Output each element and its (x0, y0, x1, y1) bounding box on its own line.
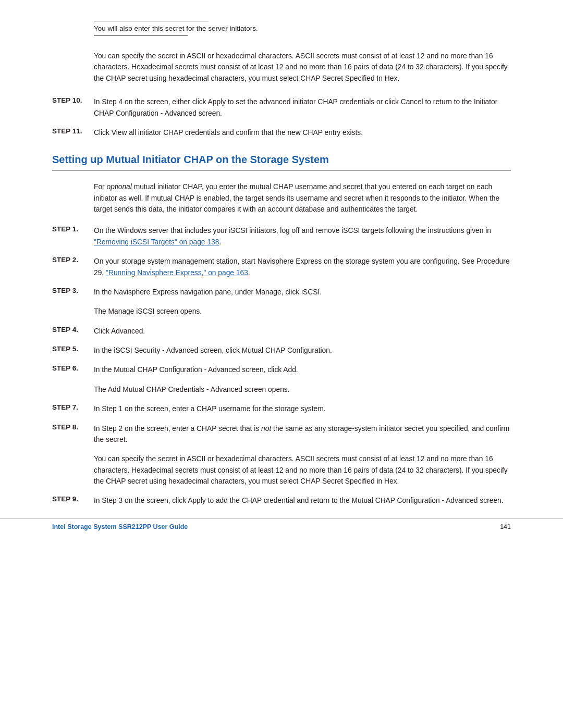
step-10-label: STEP 10. (52, 96, 94, 104)
step-2-text-end: . (248, 269, 250, 277)
step-1-block: STEP 1. On the Windows server that inclu… (52, 225, 511, 248)
section-intro: For optional mutual initiator CHAP, you … (52, 181, 511, 215)
page-footer: Intel Storage System SSR212PP User Guide… (0, 519, 563, 530)
step-1-content: On the Windows server that includes your… (94, 225, 511, 248)
step-8-sub: You can specify the secret in ASCII or h… (52, 453, 511, 487)
step-1-text-end: . (219, 238, 221, 246)
step-2-block: STEP 2. On your storage system managemen… (52, 256, 511, 278)
step-3-text: In the Navisphere Express navigation pan… (94, 288, 322, 296)
step-1-link[interactable]: "Removing iSCSI Targets" on page 138 (94, 238, 219, 246)
footer-title: Intel Storage System SSR212PP User Guide (52, 523, 188, 530)
step-8-text-pre: In Step 2 on the screen, enter a CHAP se… (94, 425, 261, 433)
step-11-block: STEP 11. Click View all initiator CHAP c… (52, 127, 511, 138)
step-5-label: STEP 5. (52, 345, 94, 353)
section-heading: Setting up Mutual Initiator CHAP on the … (52, 154, 511, 166)
step-2-content: On your storage system management statio… (94, 256, 511, 278)
step-10-block: STEP 10. In Step 4 on the screen, either… (52, 96, 511, 119)
step-8-italic: not (261, 425, 271, 433)
step-11-content: Click View all initiator CHAP credential… (94, 127, 511, 138)
step-1-text: On the Windows server that includes your… (94, 227, 491, 235)
step-3-label: STEP 3. (52, 287, 94, 294)
step-3-sub: The Manage iSCSI screen opens. (52, 306, 511, 317)
step-1-label: STEP 1. (52, 225, 94, 233)
step-2-link[interactable]: "Running Navisphere Express," on page 16… (106, 269, 248, 277)
step-9-block: STEP 9. In Step 3 on the screen, click A… (52, 495, 511, 506)
step-8-content: In Step 2 on the screen, enter a CHAP se… (94, 423, 511, 446)
step-8-block: STEP 8. In Step 2 on the screen, enter a… (52, 423, 511, 446)
step-11-label: STEP 11. (52, 127, 94, 135)
step-9-content: In Step 3 on the screen, click Apply to … (94, 495, 511, 506)
step-7-content: In Step 1 on the screen, enter a CHAP us… (94, 403, 511, 414)
step-5-content: In the iSCSI Security - Advanced screen,… (94, 345, 511, 356)
step-7-label: STEP 7. (52, 403, 94, 411)
step-4-content: Click Advanced. (94, 326, 511, 337)
top-footnote-section: You will also enter this secret for the … (52, 21, 511, 36)
footer-page-number: 141 (500, 523, 511, 530)
step-9-label: STEP 9. (52, 495, 94, 503)
step-3-content: In the Navisphere Express navigation pan… (94, 287, 511, 298)
step-6-block: STEP 6. In the Mutual CHAP Configuration… (52, 364, 511, 375)
step-2-label: STEP 2. (52, 256, 94, 264)
step-6-content: In the Mutual CHAP Configuration - Advan… (94, 364, 511, 375)
top-footnote-text: You will also enter this secret for the … (94, 24, 511, 32)
step-10-content: In Step 4 on the screen, either click Ap… (94, 96, 511, 119)
step-4-block: STEP 4. Click Advanced. (52, 326, 511, 337)
step-6-label: STEP 6. (52, 364, 94, 372)
italic-optional: optional (107, 183, 132, 191)
step-6-sub: The Add Mutual CHAP Credentials - Advanc… (52, 384, 511, 395)
intro-paragraph: You can specify the secret in ASCII or h… (52, 51, 511, 84)
step-7-block: STEP 7. In Step 1 on the screen, enter a… (52, 403, 511, 414)
step-3-block: STEP 3. In the Navisphere Express naviga… (52, 287, 511, 298)
top-line-bottom (94, 35, 188, 36)
step-5-block: STEP 5. In the iSCSI Security - Advanced… (52, 345, 511, 356)
top-line (94, 21, 209, 21)
step-4-label: STEP 4. (52, 326, 94, 334)
step-8-label: STEP 8. (52, 423, 94, 431)
section-divider (52, 170, 511, 171)
page-container: You will also enter this secret for the … (0, 0, 563, 546)
